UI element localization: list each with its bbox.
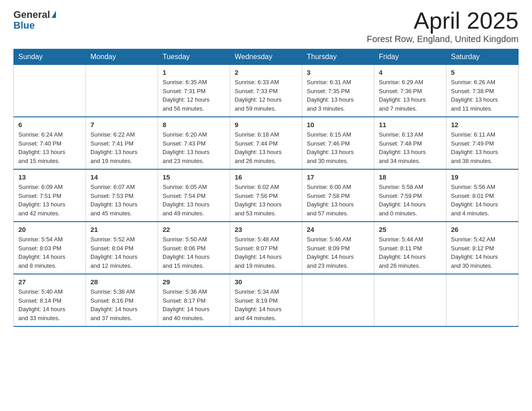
header-row: SundayMondayTuesdayWednesdayThursdayFrid…	[14, 49, 519, 65]
day-of-week-header: Thursday	[302, 49, 374, 65]
month-title: April 2025	[367, 9, 519, 32]
day-number: 18	[379, 173, 442, 181]
calendar-cell	[446, 274, 519, 326]
day-number: 30	[235, 278, 297, 286]
day-info: Sunrise: 6:29 AM Sunset: 7:36 PM Dayligh…	[379, 78, 442, 113]
day-number: 13	[18, 173, 81, 181]
logo: General Blue	[13, 9, 56, 31]
day-number: 26	[451, 226, 514, 233]
day-number: 2	[235, 68, 297, 76]
title-section: April 2025 Forest Row, England, United K…	[367, 9, 519, 44]
day-info: Sunrise: 5:44 AM Sunset: 8:11 PM Dayligh…	[379, 235, 442, 270]
day-number: 22	[163, 226, 225, 233]
day-info: Sunrise: 6:24 AM Sunset: 7:40 PM Dayligh…	[18, 130, 81, 165]
calendar-cell: 24Sunrise: 5:46 AM Sunset: 8:09 PM Dayli…	[302, 222, 374, 274]
day-number: 5	[451, 68, 514, 76]
day-info: Sunrise: 6:31 AM Sunset: 7:35 PM Dayligh…	[307, 78, 369, 113]
day-number: 9	[235, 121, 297, 128]
day-info: Sunrise: 5:48 AM Sunset: 8:07 PM Dayligh…	[235, 235, 297, 270]
calendar-cell: 2Sunrise: 6:33 AM Sunset: 7:33 PM Daylig…	[230, 65, 302, 117]
logo-blue-text: Blue	[13, 20, 35, 31]
day-number: 7	[90, 121, 153, 128]
calendar-cell: 1Sunrise: 6:35 AM Sunset: 7:31 PM Daylig…	[158, 65, 230, 117]
calendar-cell: 10Sunrise: 6:15 AM Sunset: 7:46 PM Dayli…	[302, 117, 374, 169]
calendar-cell: 23Sunrise: 5:48 AM Sunset: 8:07 PM Dayli…	[230, 222, 302, 274]
day-number: 17	[307, 173, 369, 181]
day-info: Sunrise: 5:56 AM Sunset: 8:01 PM Dayligh…	[451, 183, 514, 218]
day-info: Sunrise: 5:36 AM Sunset: 8:17 PM Dayligh…	[163, 287, 225, 322]
day-number: 20	[18, 226, 81, 233]
calendar-cell: 16Sunrise: 6:02 AM Sunset: 7:56 PM Dayli…	[230, 169, 302, 222]
day-of-week-header: Friday	[374, 49, 446, 65]
day-info: Sunrise: 5:40 AM Sunset: 8:14 PM Dayligh…	[18, 287, 81, 322]
calendar-cell: 28Sunrise: 5:38 AM Sunset: 8:16 PM Dayli…	[86, 274, 158, 326]
calendar-week-row: 27Sunrise: 5:40 AM Sunset: 8:14 PM Dayli…	[14, 274, 519, 326]
day-of-week-header: Wednesday	[230, 49, 302, 65]
calendar-cell: 8Sunrise: 6:20 AM Sunset: 7:43 PM Daylig…	[158, 117, 230, 169]
day-number: 3	[307, 68, 369, 76]
calendar-cell	[14, 65, 86, 117]
calendar-week-row: 6Sunrise: 6:24 AM Sunset: 7:40 PM Daylig…	[14, 117, 519, 169]
calendar-body: 1Sunrise: 6:35 AM Sunset: 7:31 PM Daylig…	[14, 65, 519, 327]
calendar-week-row: 13Sunrise: 6:09 AM Sunset: 7:51 PM Dayli…	[14, 169, 519, 222]
calendar-cell	[302, 274, 374, 326]
day-info: Sunrise: 6:13 AM Sunset: 7:48 PM Dayligh…	[379, 130, 442, 165]
calendar-cell: 30Sunrise: 5:34 AM Sunset: 8:19 PM Dayli…	[230, 274, 302, 326]
day-info: Sunrise: 5:38 AM Sunset: 8:16 PM Dayligh…	[90, 287, 153, 322]
calendar-cell: 5Sunrise: 6:26 AM Sunset: 7:38 PM Daylig…	[446, 65, 519, 117]
logo-triangle-icon	[51, 11, 56, 18]
calendar-cell	[374, 274, 446, 326]
day-info: Sunrise: 6:18 AM Sunset: 7:44 PM Dayligh…	[235, 130, 297, 165]
location-text: Forest Row, England, United Kingdom	[367, 34, 519, 44]
day-info: Sunrise: 6:20 AM Sunset: 7:43 PM Dayligh…	[163, 130, 225, 165]
day-info: Sunrise: 5:50 AM Sunset: 8:06 PM Dayligh…	[163, 235, 225, 270]
day-number: 12	[451, 121, 514, 128]
day-number: 11	[379, 121, 442, 128]
calendar-week-row: 1Sunrise: 6:35 AM Sunset: 7:31 PM Daylig…	[14, 65, 519, 117]
day-of-week-header: Tuesday	[158, 49, 230, 65]
calendar-cell	[86, 65, 158, 117]
calendar-cell: 19Sunrise: 5:56 AM Sunset: 8:01 PM Dayli…	[446, 169, 519, 222]
calendar-header: SundayMondayTuesdayWednesdayThursdayFrid…	[14, 49, 519, 65]
day-info: Sunrise: 5:46 AM Sunset: 8:09 PM Dayligh…	[307, 235, 369, 270]
calendar-cell: 11Sunrise: 6:13 AM Sunset: 7:48 PM Dayli…	[374, 117, 446, 169]
day-number: 25	[379, 226, 442, 233]
day-info: Sunrise: 5:54 AM Sunset: 8:03 PM Dayligh…	[18, 235, 81, 270]
day-info: Sunrise: 6:11 AM Sunset: 7:49 PM Dayligh…	[451, 130, 514, 165]
day-number: 14	[90, 173, 153, 181]
day-of-week-header: Saturday	[446, 49, 519, 65]
calendar-cell: 6Sunrise: 6:24 AM Sunset: 7:40 PM Daylig…	[14, 117, 86, 169]
calendar-cell: 4Sunrise: 6:29 AM Sunset: 7:36 PM Daylig…	[374, 65, 446, 117]
day-info: Sunrise: 5:52 AM Sunset: 8:04 PM Dayligh…	[90, 235, 153, 270]
calendar-cell: 18Sunrise: 5:58 AM Sunset: 7:59 PM Dayli…	[374, 169, 446, 222]
calendar-cell: 21Sunrise: 5:52 AM Sunset: 8:04 PM Dayli…	[86, 222, 158, 274]
calendar-cell: 22Sunrise: 5:50 AM Sunset: 8:06 PM Dayli…	[158, 222, 230, 274]
day-info: Sunrise: 6:22 AM Sunset: 7:41 PM Dayligh…	[90, 130, 153, 165]
day-of-week-header: Sunday	[14, 49, 86, 65]
day-number: 27	[18, 278, 81, 286]
day-number: 4	[379, 68, 442, 76]
day-info: Sunrise: 6:00 AM Sunset: 7:58 PM Dayligh…	[307, 183, 369, 218]
day-number: 21	[90, 226, 153, 233]
day-info: Sunrise: 6:02 AM Sunset: 7:56 PM Dayligh…	[235, 183, 297, 218]
day-number: 23	[235, 226, 297, 233]
day-number: 29	[163, 278, 225, 286]
calendar-cell: 27Sunrise: 5:40 AM Sunset: 8:14 PM Dayli…	[14, 274, 86, 326]
day-info: Sunrise: 6:09 AM Sunset: 7:51 PM Dayligh…	[18, 183, 81, 218]
day-info: Sunrise: 6:35 AM Sunset: 7:31 PM Dayligh…	[163, 78, 225, 113]
calendar-cell: 3Sunrise: 6:31 AM Sunset: 7:35 PM Daylig…	[302, 65, 374, 117]
day-number: 28	[90, 278, 153, 286]
day-info: Sunrise: 6:05 AM Sunset: 7:54 PM Dayligh…	[163, 183, 225, 218]
day-info: Sunrise: 6:33 AM Sunset: 7:33 PM Dayligh…	[235, 78, 297, 113]
calendar-cell: 17Sunrise: 6:00 AM Sunset: 7:58 PM Dayli…	[302, 169, 374, 222]
calendar-cell: 14Sunrise: 6:07 AM Sunset: 7:53 PM Dayli…	[86, 169, 158, 222]
calendar-cell: 7Sunrise: 6:22 AM Sunset: 7:41 PM Daylig…	[86, 117, 158, 169]
day-info: Sunrise: 5:42 AM Sunset: 8:12 PM Dayligh…	[451, 235, 514, 270]
day-of-week-header: Monday	[86, 49, 158, 65]
calendar-cell: 25Sunrise: 5:44 AM Sunset: 8:11 PM Dayli…	[374, 222, 446, 274]
day-info: Sunrise: 5:34 AM Sunset: 8:19 PM Dayligh…	[235, 287, 297, 322]
page-header: General Blue April 2025 Forest Row, Engl…	[13, 9, 519, 44]
calendar-cell: 20Sunrise: 5:54 AM Sunset: 8:03 PM Dayli…	[14, 222, 86, 274]
day-number: 10	[307, 121, 369, 128]
day-number: 19	[451, 173, 514, 181]
